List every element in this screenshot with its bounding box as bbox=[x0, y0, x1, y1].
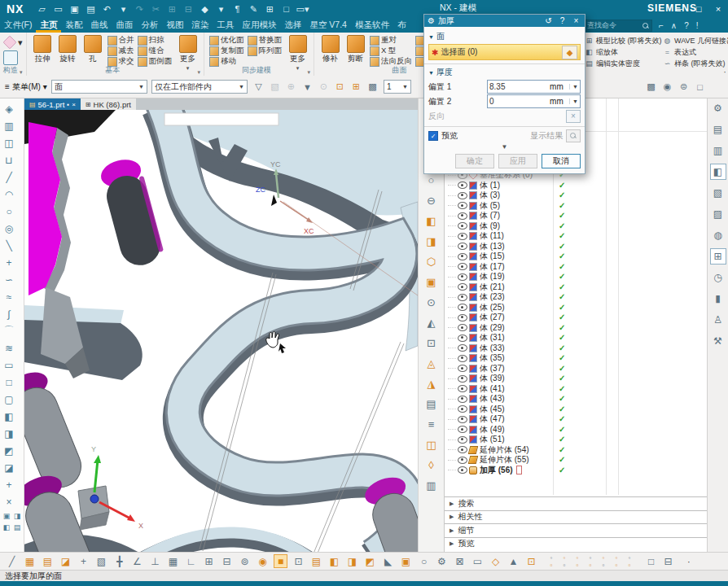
feature-label[interactable]: 体 (43) bbox=[480, 394, 505, 405]
paste-features-icon[interactable]: ⊟ bbox=[220, 554, 234, 568]
filter-list-icon[interactable]: ▼ bbox=[300, 80, 314, 94]
snap-opt-10-icon[interactable]: ▫ bbox=[598, 562, 609, 569]
apply-button[interactable]: 应用 bbox=[498, 154, 537, 168]
tree-row[interactable]: 体 (45) ✓ bbox=[445, 405, 707, 415]
offset1-unit-caret[interactable]: ▼ bbox=[569, 84, 578, 90]
maximize-button[interactable]: □ bbox=[692, 4, 705, 14]
visibility-eye-icon[interactable] bbox=[458, 385, 467, 392]
show-hide-icon[interactable]: ◉ bbox=[660, 80, 674, 94]
fold-sheet-icon[interactable]: ◇ bbox=[489, 554, 502, 568]
toolbar-overflow[interactable]: · bbox=[687, 557, 691, 566]
scale-body-button[interactable]: ◧缩放体 bbox=[585, 46, 663, 58]
snap-center-icon[interactable]: ◧ bbox=[2, 522, 12, 533]
export-view-icon[interactable]: ▥ bbox=[0, 117, 18, 134]
fullscreen-icon[interactable]: ⌐ bbox=[659, 21, 664, 30]
visibility-eye-icon[interactable] bbox=[458, 181, 467, 189]
tree-row[interactable]: 体 (17) ✓ bbox=[445, 262, 707, 273]
feature-label[interactable]: 体 (5) bbox=[480, 201, 500, 212]
undo-icon[interactable]: ↶ bbox=[100, 2, 113, 15]
new-file-icon[interactable]: ▱ bbox=[35, 2, 48, 15]
snap-point-icon[interactable]: ▤ bbox=[12, 522, 23, 533]
visibility-eye-icon[interactable] bbox=[458, 436, 467, 444]
sheet-surface-icon[interactable]: ◧ bbox=[0, 408, 18, 425]
feature-label[interactable]: 体 (11) bbox=[480, 231, 504, 242]
feature-label[interactable]: 体 (37) bbox=[480, 364, 505, 374]
point-line-icon[interactable]: ╲ bbox=[0, 237, 18, 254]
menu-tab-home[interactable]: 主页 bbox=[36, 18, 61, 33]
menu-tab-xingkong[interactable]: 星空 V7.4 bbox=[305, 18, 351, 33]
plug-feature-icon[interactable]: ⊙ bbox=[422, 292, 441, 313]
sheet-stack-icon[interactable]: ▤ bbox=[309, 554, 323, 568]
revolve-button[interactable]: 旋转 bbox=[55, 34, 81, 64]
move-handle-icon[interactable]: ╋ bbox=[112, 554, 126, 568]
visibility-eye-icon[interactable] bbox=[458, 426, 467, 433]
feature-label[interactable]: 体 (51) bbox=[480, 435, 505, 445]
menu-tab-partial-left[interactable]: 布 bbox=[393, 18, 410, 33]
window-toggle-icon[interactable]: ⊟ bbox=[661, 554, 675, 568]
checkbox-toggle-icon[interactable]: □ bbox=[644, 554, 658, 568]
offset2-unit-caret[interactable]: ▼ bbox=[569, 98, 578, 104]
snap-opt-7-icon[interactable]: ◦ bbox=[585, 554, 596, 562]
wedge-feature-icon[interactable]: ◭ bbox=[422, 313, 441, 333]
layer-settings-icon[interactable]: ⊜ bbox=[677, 80, 691, 94]
feature-label[interactable]: 体 (15) bbox=[480, 251, 505, 262]
menu-tab-tools[interactable]: 工具 bbox=[213, 18, 238, 33]
wedge-icon[interactable]: ◣ bbox=[381, 554, 395, 568]
count-combo[interactable]: 1▼ bbox=[384, 80, 411, 94]
feature-label[interactable]: 加厚 (56) bbox=[480, 466, 513, 476]
draft-feature-icon[interactable]: ◊ bbox=[422, 455, 441, 475]
hd3d-tools-icon[interactable]: ▨ bbox=[710, 206, 726, 222]
select-face-field[interactable]: ✱ 选择面 (0) ◆ bbox=[428, 44, 581, 60]
face-select-button[interactable]: ◆ bbox=[562, 46, 577, 59]
feature-label[interactable]: 体 (31) bbox=[480, 333, 505, 343]
snap-opt-1-icon[interactable]: ◦ bbox=[546, 554, 557, 562]
feature-label[interactable]: 体 (7) bbox=[480, 211, 500, 221]
snap-opt-13-icon[interactable]: ◦ bbox=[624, 554, 635, 562]
sync-select-icon[interactable]: ⊙ bbox=[317, 80, 331, 94]
groove-feature-icon[interactable]: ◮ bbox=[422, 374, 441, 394]
pin-icon[interactable]: ▪ bbox=[67, 101, 69, 108]
feature-label[interactable]: 体 (49) bbox=[480, 425, 505, 435]
snap-opt-6-icon[interactable]: ▫ bbox=[572, 562, 583, 569]
cube-handles-icon[interactable]: ⊡ bbox=[292, 554, 305, 568]
tree-row[interactable]: 体 (3) ✓ bbox=[445, 190, 707, 201]
feature-label[interactable]: 体 (1) bbox=[480, 181, 500, 191]
sketch-plane-button[interactable]: ▾ bbox=[3, 36, 23, 49]
tree-row[interactable]: 体 (49) ✓ bbox=[445, 425, 707, 435]
reset-icon[interactable]: ↺ bbox=[543, 16, 554, 25]
show-result-button[interactable] bbox=[566, 129, 581, 142]
minimize-button[interactable]: ─ bbox=[673, 4, 686, 14]
thread-feature-icon[interactable]: ≡ bbox=[422, 414, 441, 435]
unite-button[interactable]: 合并 bbox=[107, 35, 136, 46]
snap-end-icon[interactable]: ▣ bbox=[2, 510, 12, 522]
navigator-section[interactable]: ▶ 细节 bbox=[445, 523, 707, 537]
copy-features-icon[interactable]: ⊞ bbox=[202, 554, 216, 568]
sphere-icon[interactable]: ◉ bbox=[256, 554, 270, 568]
thickness-section-header[interactable]: ▼厚度 bbox=[428, 67, 581, 78]
sheet-a-icon[interactable]: ◧ bbox=[327, 554, 341, 568]
snap-opt-9-icon[interactable]: ◦ bbox=[598, 554, 609, 562]
trim-sheet-icon[interactable]: + bbox=[0, 476, 18, 493]
mirror-icon[interactable]: ▲ bbox=[507, 554, 520, 568]
line-icon[interactable]: ╱ bbox=[0, 168, 18, 186]
feature-label[interactable]: 体 (41) bbox=[480, 384, 505, 395]
sketch-button[interactable] bbox=[3, 50, 23, 65]
visibility-eye-icon[interactable] bbox=[458, 344, 467, 352]
settings-gear-icon[interactable]: ⚙ bbox=[710, 100, 726, 116]
preview-checkbox[interactable]: ✓ bbox=[428, 131, 438, 141]
trim-button[interactable]: 剪断 bbox=[343, 34, 368, 64]
tree-row[interactable]: 体 (43) ✓ bbox=[445, 394, 707, 405]
snap-opt-11-icon[interactable]: ◦ bbox=[611, 554, 622, 562]
open-folder-icon[interactable]: ▭ bbox=[51, 2, 64, 15]
feature-caret-icon[interactable]: ▾ bbox=[214, 2, 227, 15]
bridge-curve-icon[interactable]: ⌒ bbox=[0, 322, 18, 339]
navigator-section[interactable]: ▶ 搜索 bbox=[445, 496, 707, 510]
offset2-input[interactable]: 0 mm ▼ bbox=[487, 94, 581, 108]
dialog-close-icon[interactable]: × bbox=[571, 16, 581, 25]
tree-row[interactable]: 体 (35) ✓ bbox=[445, 353, 707, 364]
visibility-eye-icon[interactable] bbox=[458, 396, 467, 403]
tree-row[interactable]: 体 (33) ✓ bbox=[445, 343, 707, 354]
feature-label[interactable]: 体 (19) bbox=[480, 272, 505, 282]
replace-face-button[interactable]: 替换面 bbox=[248, 35, 284, 46]
paste-icon[interactable]: ⊟ bbox=[182, 2, 195, 15]
